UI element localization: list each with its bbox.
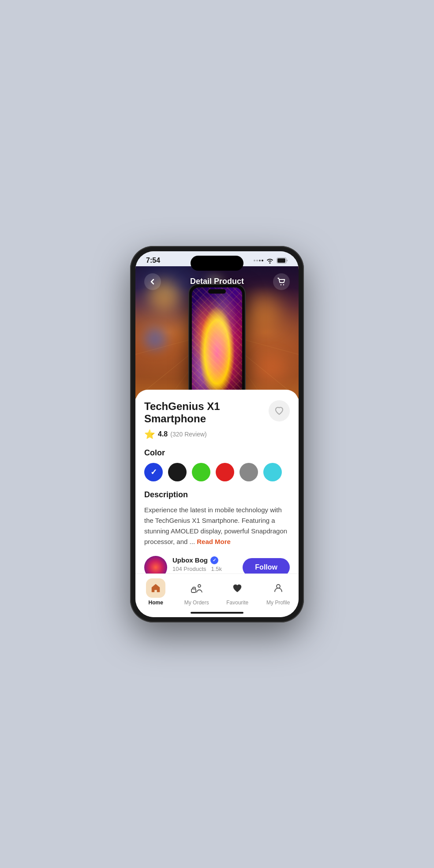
nav-home-label: Home — [149, 600, 163, 606]
read-more-button[interactable]: Read More — [197, 538, 231, 545]
seller-stats: 104 Products 1.5k Followers — [172, 566, 237, 574]
svg-point-12 — [277, 585, 280, 588]
seller-name-row: Upbox Bog ✓ — [172, 556, 237, 564]
color-swatches — [144, 463, 290, 481]
color-swatch-green[interactable] — [192, 463, 210, 481]
hero-section: Detail Product — [135, 266, 299, 399]
cart-button[interactable] — [273, 273, 290, 290]
seller-info: Upbox Bog ✓ 104 Products 1.5k Followers — [172, 556, 237, 574]
nav-home[interactable]: Home — [135, 578, 176, 606]
back-button[interactable] — [144, 273, 161, 290]
follow-button[interactable]: Follow — [243, 558, 290, 573]
orders-icon-wrap — [187, 578, 206, 598]
seller-row: Upbox Bog ✓ 104 Products 1.5k Followers … — [144, 556, 290, 573]
battery-icon — [277, 257, 288, 264]
signal-icon — [254, 260, 263, 261]
color-swatch-black[interactable] — [168, 463, 187, 481]
home-icon — [150, 583, 161, 593]
rating-row: ⭐ 4.8 (320 Review) — [144, 429, 290, 440]
color-swatch-gray[interactable] — [239, 463, 258, 481]
nav-favourite-label: Favourite — [226, 600, 248, 606]
dynamic-island — [191, 256, 243, 271]
page-title: Detail Product — [190, 277, 244, 286]
nav-header: Detail Product — [135, 266, 299, 297]
color-swatch-cyan[interactable] — [263, 463, 282, 481]
home-bar — [191, 612, 243, 614]
home-indicator — [135, 608, 299, 617]
nav-orders[interactable]: My Orders — [176, 578, 217, 606]
color-swatch-red[interactable] — [216, 463, 234, 481]
seller-avatar — [144, 556, 167, 573]
description-text: Experience the latest in mobile technolo… — [144, 505, 290, 547]
star-icon: ⭐ — [144, 429, 155, 440]
seller-name: Upbox Bog — [172, 556, 208, 564]
status-icons — [254, 257, 288, 264]
nav-profile[interactable]: My Profile — [258, 578, 299, 606]
review-count: (320 Review) — [170, 431, 206, 438]
product-title: TechGenius X1 Smartphone — [144, 400, 290, 426]
description-label: Description — [144, 490, 290, 499]
rating-value: 4.8 — [158, 430, 168, 438]
nav-orders-label: My Orders — [184, 600, 209, 606]
svg-point-9 — [283, 284, 284, 285]
profile-icon — [273, 583, 284, 593]
verified-badge: ✓ — [210, 556, 218, 564]
wifi-icon — [266, 257, 274, 264]
home-icon-wrap — [146, 578, 165, 598]
product-image — [188, 284, 246, 399]
svg-point-8 — [281, 284, 281, 285]
nav-profile-label: My Profile — [266, 600, 290, 606]
bottom-nav: Home My Orders — [135, 574, 299, 608]
status-time: 7:54 — [146, 257, 160, 264]
favourite-icon-wrap — [228, 578, 247, 598]
svg-point-11 — [198, 585, 201, 587]
nav-favourite[interactable]: Favourite — [217, 578, 258, 606]
svg-rect-1 — [277, 258, 285, 263]
svg-rect-10 — [191, 589, 196, 592]
favourite-icon — [232, 583, 243, 593]
color-swatch-blue[interactable] — [144, 463, 163, 481]
color-label: Color — [144, 448, 290, 458]
profile-icon-wrap — [269, 578, 288, 598]
content-card: TechGenius X1 Smartphone ⭐ 4.8 (320 Revi… — [135, 390, 299, 574]
favorite-button[interactable] — [269, 400, 290, 421]
scroll-content[interactable]: Detail Product — [135, 266, 299, 574]
orders-icon — [191, 583, 203, 593]
